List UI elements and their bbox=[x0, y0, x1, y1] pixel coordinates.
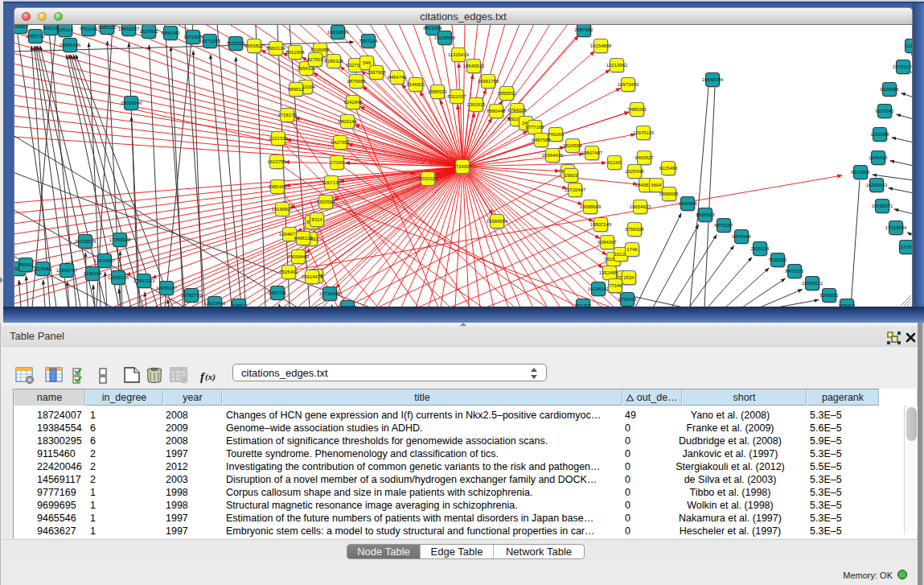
svg-text:7357224: 7357224 bbox=[359, 39, 378, 43]
svg-text:6497568: 6497568 bbox=[532, 138, 551, 142]
svg-text:17016504: 17016504 bbox=[885, 225, 907, 230]
svg-text:1610755: 1610755 bbox=[267, 159, 286, 164]
svg-text:3875685: 3875685 bbox=[347, 79, 366, 84]
svg-text:7515526: 7515526 bbox=[226, 41, 245, 46]
svg-text:7955812: 7955812 bbox=[497, 91, 516, 96]
svg-text:1985498: 1985498 bbox=[268, 184, 287, 189]
svg-text:9146821: 9146821 bbox=[406, 82, 425, 87]
svg-text:16782759: 16782759 bbox=[181, 293, 203, 298]
svg-text:1380203: 1380203 bbox=[338, 305, 357, 307]
svg-text:7632621: 7632621 bbox=[768, 257, 787, 262]
svg-text:9242848: 9242848 bbox=[343, 100, 363, 105]
svg-text:116753: 116753 bbox=[898, 245, 913, 249]
svg-text:1527602: 1527602 bbox=[139, 29, 158, 34]
svg-text:15692971: 15692971 bbox=[872, 204, 893, 208]
svg-text:12505135: 12505135 bbox=[108, 275, 129, 280]
svg-text:2530027: 2530027 bbox=[418, 176, 437, 181]
svg-text:1353594: 1353594 bbox=[316, 200, 335, 204]
svg-text:8960124: 8960124 bbox=[266, 46, 285, 51]
svg-text:10961758: 10961758 bbox=[478, 79, 499, 84]
svg-text:3624554: 3624554 bbox=[563, 143, 582, 148]
svg-text:17359928: 17359928 bbox=[109, 237, 131, 242]
svg-text:9329966: 9329966 bbox=[880, 87, 899, 92]
svg-text:12975115: 12975115 bbox=[633, 130, 655, 135]
svg-text:6966160: 6966160 bbox=[161, 31, 180, 35]
svg-text:16154808: 16154808 bbox=[590, 43, 612, 48]
svg-text:8471626: 8471626 bbox=[785, 269, 804, 274]
svg-text:20206576: 20206576 bbox=[75, 239, 97, 244]
svg-text:6879197: 6879197 bbox=[714, 223, 733, 228]
svg-text:15720407: 15720407 bbox=[565, 187, 586, 192]
svg-text:1588520: 1588520 bbox=[428, 89, 447, 94]
svg-text:7485063: 7485063 bbox=[627, 107, 647, 112]
svg-text:1640954: 1640954 bbox=[678, 201, 697, 206]
svg-text:2718176: 2718176 bbox=[277, 113, 297, 117]
svg-text:8454749: 8454749 bbox=[388, 75, 407, 80]
svg-text:10853257: 10853257 bbox=[118, 27, 140, 31]
svg-text:8186328: 8186328 bbox=[324, 59, 343, 64]
svg-text:10973493: 10973493 bbox=[618, 82, 639, 87]
svg-text:827503: 827503 bbox=[307, 57, 324, 62]
svg-text:924502: 924502 bbox=[231, 303, 248, 307]
svg-text:9227342: 9227342 bbox=[875, 109, 894, 113]
svg-text:2803144: 2803144 bbox=[338, 119, 357, 124]
svg-text:11325419: 11325419 bbox=[448, 52, 470, 57]
svg-text:976463: 976463 bbox=[839, 303, 856, 307]
svg-text:4498222: 4498222 bbox=[294, 236, 313, 241]
svg-text:15716485: 15716485 bbox=[319, 291, 341, 296]
svg-text:2055712: 2055712 bbox=[26, 34, 45, 39]
svg-text:8322037: 8322037 bbox=[447, 94, 466, 99]
svg-text:62160: 62160 bbox=[608, 160, 622, 165]
svg-text:9457791: 9457791 bbox=[268, 290, 287, 295]
svg-text:9777169: 9777169 bbox=[525, 125, 544, 130]
svg-text:7663822: 7663822 bbox=[244, 43, 264, 48]
svg-text:18807249: 18807249 bbox=[590, 222, 612, 227]
svg-text:546: 546 bbox=[363, 60, 372, 65]
svg-text:2367608: 2367608 bbox=[367, 70, 386, 75]
svg-text:1733426: 1733426 bbox=[618, 297, 637, 302]
svg-text:2534: 2534 bbox=[623, 275, 634, 280]
svg-text:14099489: 14099489 bbox=[288, 254, 310, 259]
svg-text:77346: 77346 bbox=[609, 283, 622, 288]
svg-text:16033809: 16033809 bbox=[327, 30, 349, 35]
svg-text:746266: 746266 bbox=[548, 132, 565, 137]
svg-text:10807487: 10807487 bbox=[581, 150, 603, 155]
svg-text:9474444: 9474444 bbox=[732, 234, 751, 239]
svg-text:93214: 93214 bbox=[44, 26, 58, 31]
svg-text:1244415: 1244415 bbox=[869, 155, 888, 160]
svg-text:1209388: 1209388 bbox=[870, 132, 889, 137]
svg-text:20691406: 20691406 bbox=[60, 43, 81, 47]
svg-text:8938923: 8938923 bbox=[696, 212, 715, 217]
svg-text:10654112: 10654112 bbox=[802, 281, 823, 286]
svg-text:19384554: 19384554 bbox=[487, 219, 508, 224]
svg-text:9463627: 9463627 bbox=[634, 155, 654, 160]
svg-text:8314: 8314 bbox=[311, 217, 322, 222]
svg-text:19654923: 19654923 bbox=[630, 204, 651, 209]
svg-text:16136141: 16136141 bbox=[588, 286, 610, 291]
svg-text:3267130: 3267130 bbox=[322, 180, 341, 185]
svg-text:1724007: 1724007 bbox=[453, 164, 472, 169]
svg-text:8226058: 8226058 bbox=[310, 47, 330, 52]
svg-text:8215955: 8215955 bbox=[851, 170, 870, 175]
svg-text:12213962: 12213962 bbox=[606, 63, 628, 68]
svg-text:19166827: 19166827 bbox=[272, 207, 294, 212]
svg-text:0699695: 0699695 bbox=[659, 192, 679, 196]
svg-text:9756928: 9756928 bbox=[625, 227, 644, 232]
svg-text:20364436: 20364436 bbox=[542, 153, 564, 158]
svg-text:10688609: 10688609 bbox=[580, 204, 602, 209]
svg-text:16210643: 16210643 bbox=[866, 183, 888, 187]
svg-text:9084067: 9084067 bbox=[598, 240, 617, 245]
svg-text:8990448: 8990448 bbox=[487, 109, 506, 113]
svg-text:2087682: 2087682 bbox=[574, 27, 593, 32]
svg-text:7625402: 7625402 bbox=[279, 270, 298, 274]
svg-text:19218596: 19218596 bbox=[434, 35, 456, 40]
svg-text:190557: 190557 bbox=[14, 25, 29, 29]
svg-text:831302: 831302 bbox=[575, 303, 592, 307]
svg-text:29053346: 29053346 bbox=[121, 101, 142, 105]
svg-text:13975867: 13975867 bbox=[94, 258, 116, 263]
svg-text:8912954: 8912954 bbox=[285, 50, 305, 55]
svg-text:989612: 989612 bbox=[288, 87, 305, 92]
svg-text:7751141: 7751141 bbox=[80, 27, 99, 31]
svg-text:18640910: 18640910 bbox=[463, 64, 485, 68]
svg-text:2935114: 2935114 bbox=[751, 246, 770, 251]
